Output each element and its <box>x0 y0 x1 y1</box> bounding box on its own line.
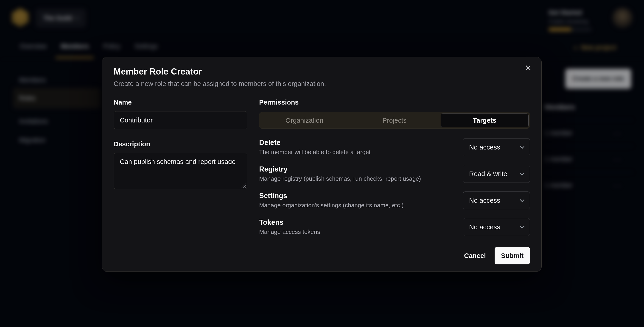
permission-description: Manage access tokens <box>259 228 320 236</box>
permission-description: Manage registry (publish schemas, run ch… <box>259 175 421 182</box>
name-label: Name <box>114 98 247 106</box>
permission-title: Delete <box>259 138 371 147</box>
select-value: No access <box>469 223 500 231</box>
dialog-subtitle: Create a new role that can be assigned t… <box>114 80 530 88</box>
tab-targets[interactable]: Targets <box>441 113 528 127</box>
permissions-scope-tabs: Organization Projects Targets <box>259 112 530 129</box>
chevron-down-icon <box>520 197 524 202</box>
permission-title: Settings <box>259 191 404 200</box>
select-value: No access <box>469 144 500 151</box>
permission-row-registry: Registry Manage registry (publish schema… <box>259 165 530 183</box>
permission-description: Manage organization's settings (change i… <box>259 202 404 209</box>
tokens-access-select[interactable]: No access <box>463 218 530 236</box>
permission-title: Registry <box>259 165 421 173</box>
chevron-down-icon <box>520 171 524 175</box>
tab-projects[interactable]: Projects <box>350 112 440 128</box>
submit-button[interactable]: Submit <box>494 247 530 264</box>
description-textarea[interactable]: Can publish schemas and report usage <box>114 153 247 189</box>
registry-access-select[interactable]: Read & write <box>463 165 530 183</box>
permission-description: The member will be able to delete a targ… <box>259 149 371 156</box>
delete-access-select[interactable]: No access <box>463 138 530 156</box>
name-input[interactable] <box>114 111 247 129</box>
member-role-creator-dialog: × Member Role Creator Create a new role … <box>102 57 542 272</box>
dialog-title: Member Role Creator <box>114 66 530 77</box>
permissions-label: Permissions <box>259 98 530 106</box>
permission-title: Tokens <box>259 218 320 227</box>
cancel-button[interactable]: Cancel <box>461 247 488 264</box>
chevron-down-icon <box>520 144 524 149</box>
select-value: Read & write <box>469 170 507 178</box>
settings-access-select[interactable]: No access <box>463 191 530 209</box>
permission-row-delete: Delete The member will be able to delete… <box>259 138 530 156</box>
description-label: Description <box>114 140 247 148</box>
select-value: No access <box>469 197 500 204</box>
chevron-down-icon <box>520 224 524 229</box>
permission-row-settings: Settings Manage organization's settings … <box>259 191 530 209</box>
close-icon[interactable]: × <box>522 61 534 74</box>
permission-row-tokens: Tokens Manage access tokens No access <box>259 218 530 236</box>
tab-organization[interactable]: Organization <box>259 112 350 128</box>
